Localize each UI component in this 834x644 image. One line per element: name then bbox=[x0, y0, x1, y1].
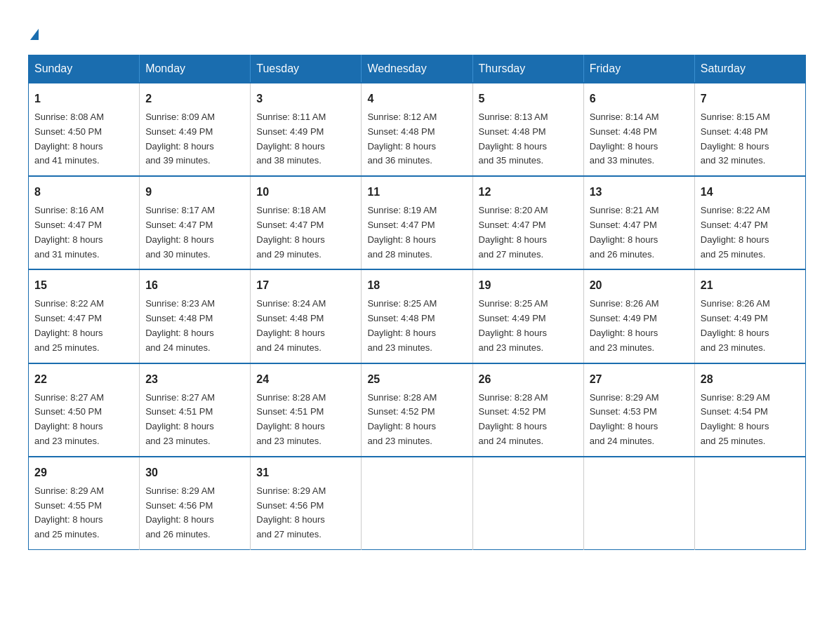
day-number: 23 bbox=[145, 371, 244, 388]
calendar-week-row: 15Sunrise: 8:22 AMSunset: 4:47 PMDayligh… bbox=[29, 269, 806, 363]
day-number: 10 bbox=[256, 184, 355, 201]
calendar-cell: 20Sunrise: 8:26 AMSunset: 4:49 PMDayligh… bbox=[583, 269, 694, 363]
calendar-cell: 2Sunrise: 8:09 AMSunset: 4:49 PMDaylight… bbox=[140, 83, 251, 176]
day-number: 25 bbox=[367, 371, 466, 388]
header-saturday: Saturday bbox=[694, 55, 805, 83]
day-number: 22 bbox=[34, 371, 133, 388]
calendar-week-row: 1Sunrise: 8:08 AMSunset: 4:50 PMDaylight… bbox=[29, 83, 806, 176]
day-info: Sunrise: 8:13 AMSunset: 4:48 PMDaylight:… bbox=[479, 112, 548, 166]
day-info: Sunrise: 8:17 AMSunset: 4:47 PMDaylight:… bbox=[145, 205, 215, 259]
day-info: Sunrise: 8:20 AMSunset: 4:47 PMDaylight:… bbox=[479, 205, 548, 259]
calendar-cell bbox=[694, 457, 805, 550]
calendar-cell: 17Sunrise: 8:24 AMSunset: 4:48 PMDayligh… bbox=[251, 269, 362, 363]
calendar-cell: 16Sunrise: 8:23 AMSunset: 4:48 PMDayligh… bbox=[140, 269, 251, 363]
day-number: 26 bbox=[479, 371, 578, 388]
header-sunday: Sunday bbox=[29, 55, 140, 83]
calendar-cell: 4Sunrise: 8:12 AMSunset: 4:48 PMDaylight… bbox=[362, 83, 472, 176]
day-info: Sunrise: 8:25 AMSunset: 4:48 PMDaylight:… bbox=[367, 298, 437, 352]
calendar-cell: 21Sunrise: 8:26 AMSunset: 4:49 PMDayligh… bbox=[694, 269, 805, 363]
day-number: 20 bbox=[590, 277, 689, 294]
day-number: 27 bbox=[590, 371, 689, 388]
day-info: Sunrise: 8:24 AMSunset: 4:48 PMDaylight:… bbox=[256, 298, 326, 352]
calendar-cell: 22Sunrise: 8:27 AMSunset: 4:50 PMDayligh… bbox=[29, 363, 140, 457]
logo-triangle-icon bbox=[30, 29, 39, 40]
calendar-cell: 18Sunrise: 8:25 AMSunset: 4:48 PMDayligh… bbox=[362, 269, 472, 363]
logo bbox=[28, 21, 39, 41]
day-number: 31 bbox=[256, 464, 355, 481]
calendar-cell bbox=[362, 457, 472, 550]
calendar-cell: 1Sunrise: 8:08 AMSunset: 4:50 PMDaylight… bbox=[29, 83, 140, 176]
header-tuesday: Tuesday bbox=[251, 55, 362, 83]
day-number: 15 bbox=[34, 277, 133, 294]
day-number: 1 bbox=[34, 90, 133, 107]
calendar-cell: 31Sunrise: 8:29 AMSunset: 4:56 PMDayligh… bbox=[251, 457, 362, 550]
day-info: Sunrise: 8:22 AMSunset: 4:47 PMDaylight:… bbox=[701, 205, 770, 259]
header-wednesday: Wednesday bbox=[362, 55, 472, 83]
day-number: 21 bbox=[701, 277, 800, 294]
calendar-cell: 26Sunrise: 8:28 AMSunset: 4:52 PMDayligh… bbox=[472, 363, 583, 457]
calendar-cell: 12Sunrise: 8:20 AMSunset: 4:47 PMDayligh… bbox=[472, 176, 583, 269]
day-number: 18 bbox=[367, 277, 466, 294]
day-info: Sunrise: 8:08 AMSunset: 4:50 PMDaylight:… bbox=[34, 112, 104, 166]
header-thursday: Thursday bbox=[472, 55, 583, 83]
day-info: Sunrise: 8:27 AMSunset: 4:51 PMDaylight:… bbox=[145, 392, 215, 446]
day-info: Sunrise: 8:15 AMSunset: 4:48 PMDaylight:… bbox=[701, 112, 770, 166]
day-number: 12 bbox=[479, 184, 578, 201]
day-info: Sunrise: 8:22 AMSunset: 4:47 PMDaylight:… bbox=[34, 298, 104, 352]
calendar-cell: 23Sunrise: 8:27 AMSunset: 4:51 PMDayligh… bbox=[140, 363, 251, 457]
day-info: Sunrise: 8:26 AMSunset: 4:49 PMDaylight:… bbox=[701, 298, 770, 352]
day-info: Sunrise: 8:25 AMSunset: 4:49 PMDaylight:… bbox=[479, 298, 548, 352]
day-info: Sunrise: 8:16 AMSunset: 4:47 PMDaylight:… bbox=[34, 205, 104, 259]
day-info: Sunrise: 8:29 AMSunset: 4:56 PMDaylight:… bbox=[145, 485, 215, 539]
day-number: 28 bbox=[701, 371, 800, 388]
day-info: Sunrise: 8:29 AMSunset: 4:55 PMDaylight:… bbox=[34, 485, 104, 539]
calendar-cell: 5Sunrise: 8:13 AMSunset: 4:48 PMDaylight… bbox=[472, 83, 583, 176]
calendar-table: SundayMondayTuesdayWednesdayThursdayFrid… bbox=[28, 55, 806, 550]
day-number: 24 bbox=[256, 371, 355, 388]
day-number: 13 bbox=[590, 184, 689, 201]
header-monday: Monday bbox=[140, 55, 251, 83]
day-number: 29 bbox=[34, 464, 133, 481]
calendar-cell: 14Sunrise: 8:22 AMSunset: 4:47 PMDayligh… bbox=[694, 176, 805, 269]
day-info: Sunrise: 8:29 AMSunset: 4:56 PMDaylight:… bbox=[256, 485, 326, 539]
day-number: 11 bbox=[367, 184, 466, 201]
day-number: 5 bbox=[479, 90, 578, 107]
day-info: Sunrise: 8:26 AMSunset: 4:49 PMDaylight:… bbox=[590, 298, 659, 352]
calendar-cell: 7Sunrise: 8:15 AMSunset: 4:48 PMDaylight… bbox=[694, 83, 805, 176]
day-info: Sunrise: 8:18 AMSunset: 4:47 PMDaylight:… bbox=[256, 205, 326, 259]
day-info: Sunrise: 8:27 AMSunset: 4:50 PMDaylight:… bbox=[34, 392, 104, 446]
calendar-cell: 8Sunrise: 8:16 AMSunset: 4:47 PMDaylight… bbox=[29, 176, 140, 269]
day-info: Sunrise: 8:28 AMSunset: 4:52 PMDaylight:… bbox=[479, 392, 548, 446]
day-info: Sunrise: 8:29 AMSunset: 4:54 PMDaylight:… bbox=[701, 392, 770, 446]
page-header bbox=[28, 21, 806, 41]
calendar-cell: 15Sunrise: 8:22 AMSunset: 4:47 PMDayligh… bbox=[29, 269, 140, 363]
day-info: Sunrise: 8:12 AMSunset: 4:48 PMDaylight:… bbox=[367, 112, 437, 166]
day-number: 17 bbox=[256, 277, 355, 294]
calendar-cell: 28Sunrise: 8:29 AMSunset: 4:54 PMDayligh… bbox=[694, 363, 805, 457]
day-info: Sunrise: 8:29 AMSunset: 4:53 PMDaylight:… bbox=[590, 392, 659, 446]
day-number: 16 bbox=[145, 277, 244, 294]
day-number: 8 bbox=[34, 184, 133, 201]
calendar-week-row: 8Sunrise: 8:16 AMSunset: 4:47 PMDaylight… bbox=[29, 176, 806, 269]
day-number: 3 bbox=[256, 90, 355, 107]
calendar-week-row: 29Sunrise: 8:29 AMSunset: 4:55 PMDayligh… bbox=[29, 457, 806, 550]
calendar-cell: 6Sunrise: 8:14 AMSunset: 4:48 PMDaylight… bbox=[583, 83, 694, 176]
calendar-cell: 11Sunrise: 8:19 AMSunset: 4:47 PMDayligh… bbox=[362, 176, 472, 269]
day-info: Sunrise: 8:19 AMSunset: 4:47 PMDaylight:… bbox=[367, 205, 437, 259]
calendar-header-row: SundayMondayTuesdayWednesdayThursdayFrid… bbox=[29, 55, 806, 83]
day-info: Sunrise: 8:21 AMSunset: 4:47 PMDaylight:… bbox=[590, 205, 659, 259]
calendar-cell: 29Sunrise: 8:29 AMSunset: 4:55 PMDayligh… bbox=[29, 457, 140, 550]
calendar-cell: 10Sunrise: 8:18 AMSunset: 4:47 PMDayligh… bbox=[251, 176, 362, 269]
day-info: Sunrise: 8:09 AMSunset: 4:49 PMDaylight:… bbox=[145, 112, 215, 166]
calendar-cell: 27Sunrise: 8:29 AMSunset: 4:53 PMDayligh… bbox=[583, 363, 694, 457]
calendar-cell: 3Sunrise: 8:11 AMSunset: 4:49 PMDaylight… bbox=[251, 83, 362, 176]
calendar-cell bbox=[583, 457, 694, 550]
day-number: 30 bbox=[145, 464, 244, 481]
day-number: 2 bbox=[145, 90, 244, 107]
calendar-cell: 13Sunrise: 8:21 AMSunset: 4:47 PMDayligh… bbox=[583, 176, 694, 269]
calendar-cell: 9Sunrise: 8:17 AMSunset: 4:47 PMDaylight… bbox=[140, 176, 251, 269]
day-number: 9 bbox=[145, 184, 244, 201]
day-info: Sunrise: 8:14 AMSunset: 4:48 PMDaylight:… bbox=[590, 112, 659, 166]
calendar-cell bbox=[472, 457, 583, 550]
day-number: 14 bbox=[701, 184, 800, 201]
